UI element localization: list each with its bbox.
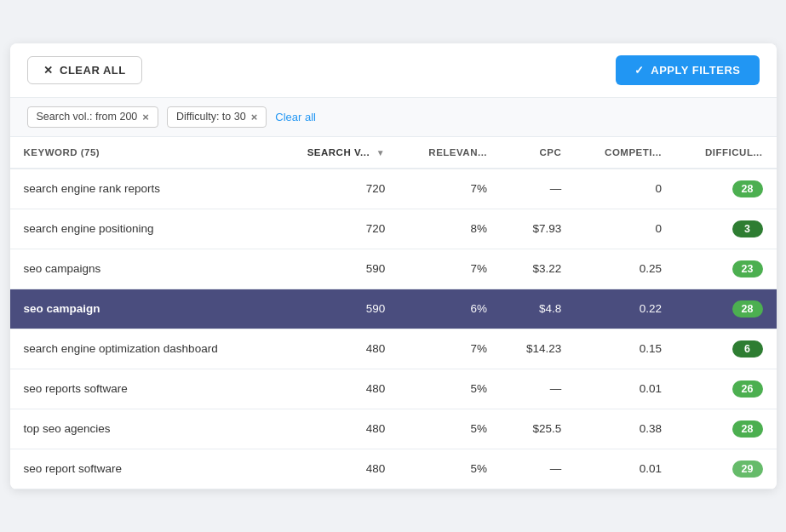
apply-filters-label: APPLY FILTERS (651, 64, 740, 77)
relevance-cell: 7% (399, 329, 501, 369)
cpc-cell: $14.23 (501, 329, 575, 369)
clear-all-label: CLEAR ALL (60, 64, 126, 77)
keywords-table: KEYWORD (75) SEARCH V... ▼ RELEVAN... CP… (10, 137, 777, 489)
cpc-cell: $4.8 (501, 289, 575, 329)
relevance-cell: 5% (399, 369, 501, 409)
competition-cell: 0.15 (575, 329, 675, 369)
competition-cell: 0.01 (575, 369, 675, 409)
table-row[interactable]: top seo agencies4805%$25.50.3828 (10, 409, 777, 449)
check-icon: ✓ (634, 64, 645, 77)
cpc-cell: $3.22 (501, 249, 575, 289)
table-row[interactable]: seo report software4805%—0.0129 (10, 449, 777, 489)
col-competition: COMPETI... (575, 137, 675, 169)
difficulty-badge: 28 (732, 180, 763, 197)
relevance-cell: 5% (399, 409, 501, 449)
relevance-cell: 6% (399, 289, 501, 329)
keyword-cell: seo report software (10, 449, 274, 489)
difficulty-badge: 23 (732, 260, 763, 277)
apply-filters-button[interactable]: ✓ APPLY FILTERS (616, 55, 760, 85)
table-row[interactable]: search engine positioning7208%$7.9303 (10, 209, 777, 249)
toolbar: ✕ CLEAR ALL ✓ APPLY FILTERS (10, 43, 777, 98)
difficulty-badge: 26 (732, 380, 763, 398)
col-difficulty: DIFFICUL... (675, 137, 776, 169)
filter-tag-search-vol-label: Search vol.: from 200 (37, 111, 138, 123)
keyword-cell: top seo agencies (10, 409, 274, 449)
keyword-cell: seo campaign (10, 289, 274, 329)
table-row[interactable]: seo campaigns5907%$3.220.2523 (10, 249, 777, 289)
filter-bar: Search vol.: from 200 × Difficulty: to 3… (10, 98, 777, 137)
filter-tag-search-vol-close[interactable]: × (142, 111, 149, 123)
col-cpc: CPC (501, 137, 575, 169)
clear-all-button[interactable]: ✕ CLEAR ALL (27, 56, 142, 84)
cpc-cell: — (501, 449, 575, 489)
difficulty-badge: 3 (732, 220, 763, 237)
search-vol-cell: 480 (273, 449, 399, 489)
difficulty-badge: 29 (732, 460, 763, 478)
relevance-cell: 8% (399, 209, 501, 249)
difficulty-cell: 6 (675, 329, 776, 369)
search-vol-cell: 480 (273, 369, 399, 409)
keyword-cell: search engine rank reports (10, 169, 274, 209)
x-icon: ✕ (43, 64, 54, 77)
table-row[interactable]: seo campaign5906%$4.80.2228 (10, 289, 777, 329)
competition-cell: 0.01 (575, 449, 675, 489)
relevance-cell: 5% (399, 449, 501, 489)
competition-cell: 0 (575, 169, 675, 209)
cpc-cell: $25.5 (501, 409, 575, 449)
competition-cell: 0.22 (575, 289, 675, 329)
clear-all-link[interactable]: Clear all (275, 111, 316, 123)
difficulty-badge: 28 (732, 420, 763, 438)
filter-tag-difficulty: Difficulty: to 30 × (167, 106, 267, 128)
competition-cell: 0 (575, 209, 675, 249)
search-vol-cell: 720 (273, 169, 399, 209)
search-vol-cell: 480 (273, 329, 399, 369)
relevance-cell: 7% (399, 169, 501, 209)
keyword-cell: seo campaigns (10, 249, 274, 289)
keyword-cell: search engine optimization dashboard (10, 329, 274, 369)
col-search-vol[interactable]: SEARCH V... ▼ (273, 137, 399, 169)
difficulty-cell: 23 (675, 249, 776, 289)
table-row[interactable]: search engine optimization dashboard4807… (10, 329, 777, 369)
difficulty-cell: 28 (675, 169, 776, 209)
sort-icon: ▼ (376, 148, 385, 157)
difficulty-cell: 29 (675, 449, 776, 489)
filter-tag-difficulty-close[interactable]: × (251, 111, 258, 123)
main-container: ✕ CLEAR ALL ✓ APPLY FILTERS Search vol.:… (10, 43, 777, 489)
competition-cell: 0.38 (575, 409, 675, 449)
col-keyword: KEYWORD (75) (10, 137, 274, 169)
difficulty-badge: 28 (732, 300, 763, 317)
filter-tag-search-vol: Search vol.: from 200 × (27, 106, 158, 128)
search-vol-cell: 590 (273, 249, 399, 289)
keyword-cell: search engine positioning (10, 209, 274, 249)
difficulty-cell: 28 (675, 409, 776, 449)
col-relevance: RELEVAN... (399, 137, 501, 169)
difficulty-cell: 26 (675, 369, 776, 409)
relevance-cell: 7% (399, 249, 501, 289)
table-row[interactable]: search engine rank reports7207%—028 (10, 169, 777, 209)
filter-tag-difficulty-label: Difficulty: to 30 (176, 111, 246, 123)
search-vol-cell: 480 (273, 409, 399, 449)
cpc-cell: — (501, 169, 575, 209)
keyword-cell: seo reports software (10, 369, 274, 409)
difficulty-cell: 3 (675, 209, 776, 249)
table-row[interactable]: seo reports software4805%—0.0126 (10, 369, 777, 409)
cpc-cell: $7.93 (501, 209, 575, 249)
table-header-row: KEYWORD (75) SEARCH V... ▼ RELEVAN... CP… (10, 137, 777, 169)
cpc-cell: — (501, 369, 575, 409)
search-vol-cell: 590 (273, 289, 399, 329)
search-vol-cell: 720 (273, 209, 399, 249)
difficulty-cell: 28 (675, 289, 776, 329)
difficulty-badge: 6 (732, 340, 763, 358)
competition-cell: 0.25 (575, 249, 675, 289)
